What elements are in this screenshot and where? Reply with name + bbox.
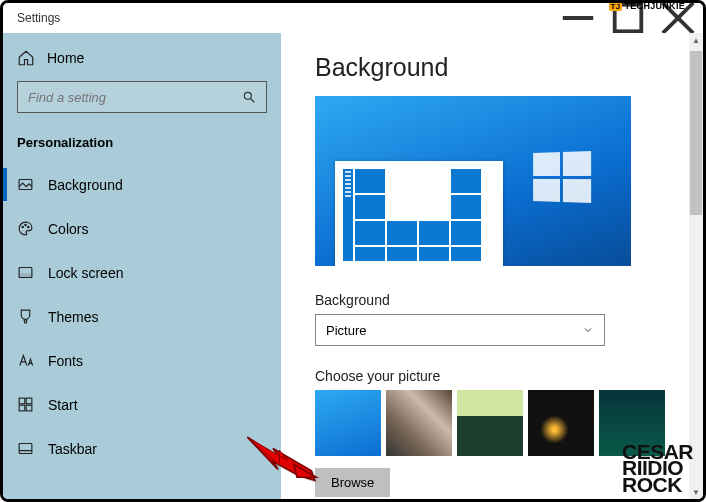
svg-rect-13	[26, 398, 32, 404]
sidebar-item-themes[interactable]: Themes	[3, 298, 281, 335]
fonts-icon	[17, 352, 34, 369]
svg-rect-12	[19, 398, 25, 404]
taskbar-icon	[17, 440, 34, 457]
picture-thumbnail[interactable]	[457, 390, 523, 456]
browse-button[interactable]: Browse	[315, 468, 390, 497]
search-icon	[242, 90, 256, 104]
sidebar-item-colors[interactable]: Colors	[3, 210, 281, 247]
preview-sample-text: Aa	[387, 169, 449, 219]
svg-point-7	[22, 226, 23, 227]
app-title: Settings	[17, 11, 60, 25]
picture-thumbnail[interactable]	[315, 390, 381, 456]
svg-rect-15	[26, 405, 32, 411]
home-icon	[17, 49, 35, 67]
watermark-cesar-radio-rock: CESAR RIIDIO ROCK	[622, 444, 693, 493]
sidebar: Home Personalization Background Colors L…	[3, 33, 281, 499]
svg-rect-14	[19, 405, 25, 411]
choose-picture-label: Choose your picture	[315, 368, 675, 384]
svg-line-5	[251, 99, 255, 103]
picture-icon	[17, 176, 34, 193]
svg-rect-11	[19, 274, 32, 278]
dropdown-value: Picture	[326, 323, 366, 338]
picture-thumbnail[interactable]	[528, 390, 594, 456]
page-heading: Background	[315, 53, 675, 82]
main-panel: Background Aa Background Picture	[281, 33, 703, 499]
chevron-down-icon	[582, 324, 594, 336]
red-arrow-annotation	[241, 433, 321, 483]
search-input[interactable]	[28, 90, 222, 105]
search-box[interactable]	[17, 81, 267, 113]
dropdown-label: Background	[315, 292, 675, 308]
sidebar-item-background[interactable]: Background	[3, 166, 281, 203]
sidebar-item-label: Themes	[48, 309, 99, 325]
scrollbar-thumb[interactable]	[690, 51, 702, 215]
svg-point-9	[28, 226, 29, 227]
sidebar-item-label: Start	[48, 397, 78, 413]
sidebar-item-label: Lock screen	[48, 265, 123, 281]
sidebar-item-taskbar[interactable]: Taskbar	[3, 430, 281, 467]
svg-rect-16	[19, 444, 32, 454]
windows-logo-icon	[533, 151, 591, 203]
sidebar-home-label: Home	[47, 50, 84, 66]
sidebar-item-fonts[interactable]: Fonts	[3, 342, 281, 379]
background-preview: Aa	[315, 96, 631, 266]
lock-screen-icon	[17, 264, 34, 281]
svg-point-4	[244, 92, 251, 99]
sidebar-item-lock-screen[interactable]: Lock screen	[3, 254, 281, 291]
watermark-techjunkie: TJTECHJUNKIE	[609, 1, 685, 11]
sidebar-item-label: Taskbar	[48, 441, 97, 457]
sidebar-home[interactable]: Home	[3, 41, 281, 81]
svg-point-8	[25, 224, 26, 225]
themes-icon	[17, 308, 34, 325]
palette-icon	[17, 220, 34, 237]
minimize-button[interactable]	[559, 3, 597, 33]
sidebar-section-heading: Personalization	[3, 125, 281, 166]
title-bar: Settings	[3, 3, 703, 33]
scroll-up-arrow-icon[interactable]: ▲	[689, 33, 703, 47]
sidebar-item-label: Fonts	[48, 353, 83, 369]
start-icon	[17, 396, 34, 413]
picture-thumbnail[interactable]	[386, 390, 452, 456]
sidebar-item-label: Background	[48, 177, 123, 193]
preview-sample-window: Aa	[335, 161, 503, 266]
sidebar-item-start[interactable]: Start	[3, 386, 281, 423]
background-type-dropdown[interactable]: Picture	[315, 314, 605, 346]
sidebar-item-label: Colors	[48, 221, 88, 237]
scrollbar[interactable]: ▲ ▼	[689, 33, 703, 499]
